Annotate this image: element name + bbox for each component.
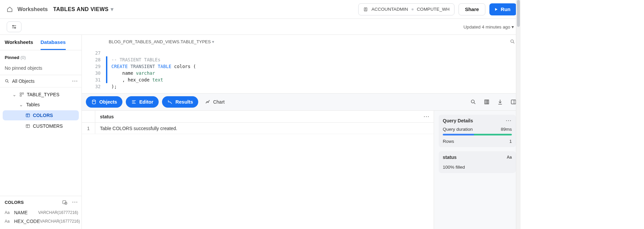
- chevron-down-icon: ▾: [212, 39, 214, 44]
- svg-rect-9: [26, 124, 30, 127]
- chevron-down-icon: ⌄: [19, 102, 23, 107]
- column-row: AaHEX_CODE VARCHAR(16777216): [5, 217, 78, 226]
- role-warehouse-selector[interactable]: ACCOUNTADMIN COMPUTE_WH: [358, 3, 454, 15]
- schema-icon: [19, 92, 24, 97]
- svg-point-1: [365, 8, 366, 9]
- role-label: ACCOUNTADMIN: [371, 7, 408, 12]
- tab-worksheets[interactable]: Worksheets: [5, 39, 33, 50]
- svg-point-3: [15, 27, 16, 28]
- status-column-label: status: [443, 155, 457, 160]
- more-icon[interactable]: ···: [72, 199, 78, 205]
- download-icon[interactable]: [497, 99, 503, 105]
- table-icon: [25, 113, 30, 118]
- tree-item-customers[interactable]: CUSTOMERS: [0, 121, 82, 131]
- worksheet-title[interactable]: TABLES AND VIEWS▾: [53, 6, 113, 12]
- pinned-count: (0): [20, 55, 26, 60]
- separator-dot: [412, 8, 414, 10]
- duration-bar: [443, 134, 512, 135]
- text-type-icon: Aa: [5, 219, 11, 224]
- tree-tables-group[interactable]: ⌄ Tables: [0, 100, 82, 110]
- search-icon[interactable]: [5, 79, 9, 83]
- svg-rect-7: [20, 95, 21, 96]
- pill-results[interactable]: Results: [162, 96, 198, 108]
- more-icon[interactable]: ···: [72, 78, 78, 84]
- tree-item-colors[interactable]: COLORS: [3, 110, 79, 120]
- pinned-empty-text: No pinned objects: [5, 65, 77, 71]
- tab-databases[interactable]: Databases: [41, 39, 66, 50]
- column-row: AaNAME VARCHAR(16777216): [5, 208, 78, 217]
- svg-rect-15: [485, 100, 486, 104]
- table-row[interactable]: 1 Table COLORS successfully created.: [82, 123, 434, 134]
- details-title: COLORS: [5, 200, 24, 205]
- table-icon: [25, 124, 30, 128]
- pill-editor[interactable]: Editor: [126, 96, 159, 108]
- svg-rect-17: [488, 100, 489, 104]
- row-number-header: [82, 111, 95, 122]
- chevron-down-icon: ⌄: [12, 92, 17, 97]
- tree-schema[interactable]: ⌄ TABLE_TYPES: [0, 90, 82, 100]
- scrollbar[interactable]: [516, 0, 521, 229]
- more-icon[interactable]: ···: [506, 118, 512, 123]
- svg-rect-16: [486, 100, 488, 104]
- search-icon[interactable]: [470, 99, 476, 105]
- column-menu-icon[interactable]: ···: [424, 114, 434, 119]
- pill-objects[interactable]: Objects: [86, 96, 122, 108]
- chevron-down-icon: ▾: [111, 6, 114, 12]
- preview-icon[interactable]: [62, 199, 67, 205]
- svg-point-4: [5, 79, 8, 82]
- breadcrumb-worksheets[interactable]: Worksheets: [17, 6, 48, 12]
- sql-editor[interactable]: 27 28 29 30 31 32 -- TRASIENT TABLEs CRE…: [82, 48, 521, 93]
- pinned-label: Pinned: [5, 55, 19, 60]
- svg-point-2: [13, 25, 14, 26]
- updated-label[interactable]: Updated 4 minutes ago ▾: [464, 24, 514, 30]
- svg-point-12: [511, 40, 514, 43]
- chevron-down-icon: ▾: [512, 24, 514, 30]
- text-type-icon: Aa: [5, 210, 11, 215]
- svg-point-13: [92, 100, 95, 101]
- columns-icon[interactable]: [484, 99, 490, 105]
- svg-rect-18: [511, 100, 516, 104]
- role-icon: [363, 7, 368, 12]
- share-button[interactable]: Share: [459, 3, 485, 15]
- all-objects-label[interactable]: All Objects: [12, 78, 35, 84]
- column-header-status[interactable]: status: [95, 114, 424, 119]
- text-type-icon: Aa: [507, 155, 512, 160]
- warehouse-label: COMPUTE_WH: [417, 7, 450, 12]
- context-path[interactable]: BLOG_FOR_TABLES_AND_VIEWS.TABLE_TYPES ▾: [109, 39, 214, 44]
- cell-status: Table COLORS successfully created.: [95, 126, 434, 131]
- execution-marker: [106, 56, 107, 83]
- duration-value: 89ms: [501, 127, 512, 132]
- chart-tab[interactable]: Chart: [202, 99, 228, 105]
- row-number: 1: [82, 123, 95, 134]
- rows-value: 1: [509, 139, 512, 144]
- query-details-title: Query Details: [443, 118, 473, 123]
- svg-rect-6: [22, 93, 23, 94]
- svg-rect-8: [26, 114, 30, 117]
- svg-rect-5: [20, 93, 21, 94]
- duration-label: Query duration: [443, 127, 473, 132]
- filters-button[interactable]: [7, 21, 21, 32]
- search-icon[interactable]: [510, 39, 515, 44]
- filled-label: 100% filled: [443, 165, 465, 170]
- svg-point-14: [471, 100, 474, 103]
- home-icon[interactable]: [7, 6, 13, 12]
- rows-label: Rows: [443, 139, 454, 144]
- run-button[interactable]: Run: [489, 3, 517, 15]
